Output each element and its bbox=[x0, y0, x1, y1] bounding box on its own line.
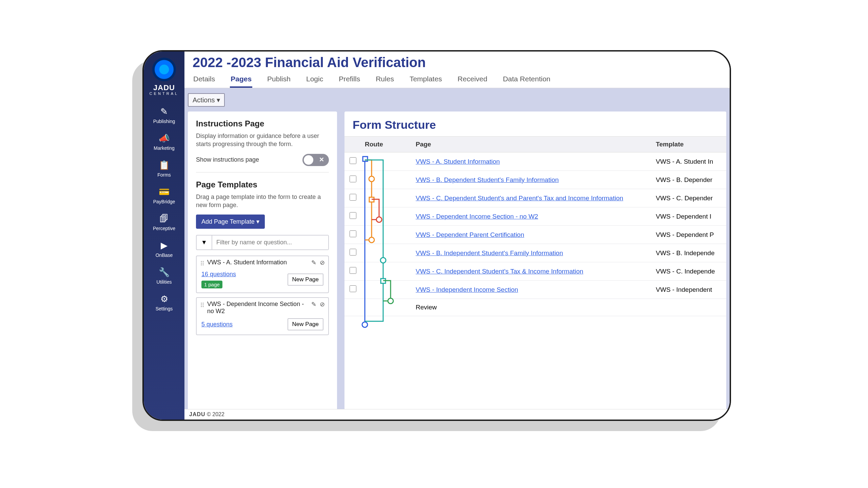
device-frame: JADU CENTRAL ✎ Publishing 📣 Marketing 📋 … bbox=[142, 50, 731, 421]
tab-pages[interactable]: Pages bbox=[230, 72, 252, 88]
tab-logic[interactable]: Logic bbox=[305, 72, 324, 88]
svg-point-8 bbox=[388, 298, 393, 304]
templates-heading: Page Templates bbox=[196, 180, 329, 189]
filter-row: ▼ bbox=[196, 235, 329, 250]
card-icon: 💳 bbox=[144, 187, 184, 197]
page-link[interactable]: VWS - C. Dependent Student's and Parent'… bbox=[416, 195, 623, 202]
filter-input[interactable] bbox=[212, 236, 328, 249]
toggle-knob bbox=[304, 155, 313, 165]
new-page-button[interactable]: New Page bbox=[288, 318, 323, 330]
megaphone-icon: 📣 bbox=[144, 133, 184, 144]
templates-desc: Drag a page template into the form to cr… bbox=[196, 193, 329, 209]
sidebar-item-paybridge[interactable]: 💳 PayBridge bbox=[144, 182, 184, 209]
sidebar-item-publishing[interactable]: ✎ Publishing bbox=[144, 102, 184, 128]
gear-icon: ⚙ bbox=[144, 294, 184, 304]
page-label: Review bbox=[412, 299, 652, 316]
x-icon: ✕ bbox=[319, 156, 324, 163]
new-page-button[interactable]: New Page bbox=[288, 273, 323, 286]
col-route: Route bbox=[361, 137, 412, 152]
sidebar-item-label: OnBase bbox=[156, 252, 173, 258]
toggle-label: Show instructions page bbox=[196, 156, 259, 163]
template-label: VWS - Dependent I bbox=[652, 207, 726, 226]
form-structure-heading: Form Structure bbox=[344, 118, 726, 136]
tab-received[interactable]: Received bbox=[457, 72, 488, 88]
sidebar-item-forms[interactable]: 📋 Forms bbox=[144, 155, 184, 182]
logo-block: JADU CENTRAL bbox=[150, 54, 179, 96]
sidebar-item-label: Marketing bbox=[154, 145, 174, 151]
sidebar-item-label: Forms bbox=[157, 172, 171, 178]
template-label: VWS - A. Student In bbox=[652, 152, 726, 171]
tab-details[interactable]: Details bbox=[193, 72, 216, 88]
col-checkbox bbox=[344, 137, 361, 152]
svg-point-6 bbox=[380, 258, 386, 263]
brand-name: JADU bbox=[150, 83, 179, 92]
page-link[interactable]: VWS - B. Independent Student's Family In… bbox=[416, 249, 563, 257]
sidebar: JADU CENTRAL ✎ Publishing 📣 Marketing 📋 … bbox=[144, 52, 184, 420]
page-link[interactable]: VWS - Dependent Income Section - no W2 bbox=[416, 213, 538, 220]
delete-icon[interactable]: ⊘ bbox=[320, 259, 325, 266]
template-label: VWS - B. Depender bbox=[652, 171, 726, 189]
tab-publish[interactable]: Publish bbox=[267, 72, 291, 88]
svg-point-4 bbox=[376, 217, 382, 222]
template-card: ⠿ VWS - A. Student Information ✎ ⊘ 16 qu… bbox=[196, 256, 329, 293]
sidebar-item-perceptive[interactable]: 🗐 Perceptive bbox=[144, 209, 184, 236]
show-instructions-toggle[interactable]: ✕ bbox=[302, 154, 329, 166]
sidebar-item-marketing[interactable]: 📣 Marketing bbox=[144, 128, 184, 155]
drag-handle-icon[interactable]: ⠿ bbox=[200, 301, 204, 309]
sidebar-item-onbase[interactable]: ▶ OnBase bbox=[144, 236, 184, 262]
col-template: Template bbox=[652, 137, 726, 152]
sidebar-item-utilities[interactable]: 🔧 Utilities bbox=[144, 262, 184, 289]
instructions-panel: Instructions Page Display information or… bbox=[188, 111, 337, 409]
add-page-template-button[interactable]: Add Page Template ▾ bbox=[196, 215, 265, 229]
play-circle-icon: ▶ bbox=[144, 240, 184, 251]
svg-point-1 bbox=[362, 322, 368, 327]
main-content: 2022 -2023 Financial Aid Verification De… bbox=[184, 52, 730, 420]
tabs: Details Pages Publish Logic Prefills Rul… bbox=[193, 72, 722, 88]
svg-rect-0 bbox=[363, 157, 368, 161]
svg-point-5 bbox=[369, 237, 374, 243]
tab-data-retention[interactable]: Data Retention bbox=[502, 72, 551, 88]
tab-rules[interactable]: Rules bbox=[375, 72, 395, 88]
logo-icon bbox=[152, 58, 176, 81]
sidebar-item-settings[interactable]: ⚙ Settings bbox=[144, 289, 184, 316]
page-link[interactable]: VWS - A. Student Information bbox=[416, 158, 500, 165]
route-diagram bbox=[353, 152, 403, 342]
tab-templates[interactable]: Templates bbox=[409, 72, 443, 88]
app-root: JADU CENTRAL ✎ Publishing 📣 Marketing 📋 … bbox=[144, 52, 730, 420]
titlebar: 2022 -2023 Financial Aid Verification De… bbox=[184, 52, 730, 88]
edit-icon[interactable]: ✎ bbox=[311, 259, 316, 266]
instructions-heading: Instructions Page bbox=[196, 119, 329, 128]
template-label: VWS - Independent bbox=[652, 281, 726, 299]
footer-copyright: © 2022 bbox=[205, 411, 224, 417]
template-name: VWS - A. Student Information bbox=[207, 259, 309, 266]
questions-link[interactable]: 5 questions bbox=[201, 321, 233, 328]
filter-icon[interactable]: ▼ bbox=[197, 236, 212, 249]
svg-point-2 bbox=[369, 176, 374, 182]
clipboard-icon: 📋 bbox=[144, 160, 184, 170]
page-count-badge: 1 page bbox=[201, 281, 222, 288]
col-page: Page bbox=[412, 137, 652, 152]
page-title: 2022 -2023 Financial Aid Verification bbox=[193, 55, 722, 70]
delete-icon[interactable]: ⊘ bbox=[320, 301, 325, 308]
copy-icon: 🗐 bbox=[144, 214, 184, 224]
page-link[interactable]: VWS - B. Dependent Student's Family Info… bbox=[416, 176, 559, 183]
edit-icon[interactable]: ✎ bbox=[311, 301, 316, 308]
footer-brand: JADU bbox=[189, 411, 205, 417]
actions-dropdown[interactable]: Actions ▾ bbox=[188, 93, 225, 107]
instructions-desc: Display information or guidance before a… bbox=[196, 132, 329, 148]
toolbar: Actions ▾ bbox=[184, 88, 730, 111]
template-label bbox=[652, 299, 726, 316]
divider bbox=[196, 172, 329, 172]
page-link[interactable]: VWS - C. Independent Student's Tax & Inc… bbox=[416, 268, 583, 275]
tab-prefills[interactable]: Prefills bbox=[338, 72, 361, 88]
page-link[interactable]: VWS - Independent Income Section bbox=[416, 286, 518, 293]
sidebar-item-label: Publishing bbox=[153, 119, 175, 124]
form-structure-panel: Form Structure Route Page Template bbox=[344, 111, 726, 409]
drag-handle-icon[interactable]: ⠿ bbox=[200, 259, 204, 267]
sidebar-item-label: PayBridge bbox=[153, 199, 175, 204]
questions-link[interactable]: 16 questions bbox=[201, 271, 236, 278]
wrench-icon: 🔧 bbox=[144, 267, 184, 278]
sidebar-nav: ✎ Publishing 📣 Marketing 📋 Forms 💳 PayBr… bbox=[144, 102, 184, 316]
page-link[interactable]: VWS - Dependent Parent Certification bbox=[416, 231, 524, 238]
template-card: ⠿ VWS - Dependent Income Section - no W2… bbox=[196, 297, 329, 335]
